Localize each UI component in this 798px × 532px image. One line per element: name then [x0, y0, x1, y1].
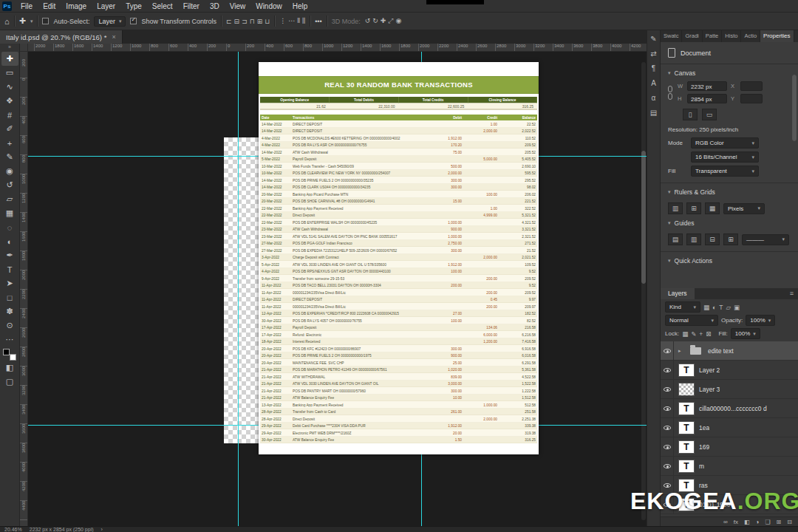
background-color-swatch[interactable] [10, 354, 16, 361]
menu-help[interactable]: Help [287, 1, 313, 12]
bank-statement-document[interactable]: REAL 30 RANDOM BANK TRANSACTIONS Opening… [259, 62, 539, 454]
text-layer-thumbnail[interactable]: T [678, 364, 695, 377]
guide-layout-icon[interactable]: ▥ [686, 233, 701, 245]
layer-filter-dropdown[interactable]: Kind▾ [665, 301, 700, 313]
pen-tool[interactable]: ✒ [1, 248, 18, 262]
filter-adjustment-icon[interactable]: ◐ [712, 304, 716, 311]
glyphs-panel-icon[interactable]: α [652, 94, 656, 102]
portrait-orientation-button[interactable]: ▯ [683, 109, 698, 120]
color-mode-dropdown[interactable]: RGB Color▾ [691, 137, 759, 149]
history-brush-tool[interactable]: ↺ [1, 178, 18, 192]
text-layer-thumbnail[interactable]: T [678, 402, 695, 415]
menu-edit[interactable]: Edit [38, 1, 61, 12]
lasso-tool[interactable]: ∿ [1, 80, 18, 94]
horizontal-ruler[interactable]: 2000180016001400120010008006004002000200… [28, 44, 647, 52]
character-panel-icon[interactable]: A [651, 79, 656, 87]
visibility-toggle[interactable] [661, 361, 674, 379]
libraries-panel-icon[interactable]: ▤ [650, 109, 657, 117]
filter-pixel-icon[interactable]: ▦ [703, 304, 709, 311]
guide-vertical-1[interactable] [238, 52, 239, 526]
visibility-toggle[interactable] [661, 418, 674, 437]
foreground-color-swatch[interactable] [3, 349, 10, 355]
section-canvas[interactable]: ▾ Canvas [661, 64, 798, 80]
lock-guides-icon[interactable]: ⊟ [705, 233, 720, 245]
layer-mask-icon[interactable]: ◧ [744, 519, 750, 525]
auto-select-checkbox[interactable] [42, 18, 49, 24]
3d-pan-icon[interactable]: ✚ [381, 17, 386, 25]
home-icon[interactable]: ⌂ [4, 17, 10, 26]
tool-preset-caret-icon[interactable]: ▾ [30, 18, 33, 24]
panel-menu-icon[interactable]: ≡ [785, 288, 798, 299]
link-dimensions-icon[interactable] [668, 86, 672, 100]
panel-tab-actio[interactable]: Actio [741, 30, 760, 42]
visibility-toggle[interactable] [661, 341, 674, 360]
type-tool[interactable]: T [1, 262, 18, 276]
menu-type[interactable]: Type [120, 1, 147, 12]
ruler-corner[interactable] [20, 44, 28, 52]
healing-brush-tool[interactable]: + [1, 136, 18, 150]
units-dropdown[interactable]: Pixels▾ [723, 203, 765, 214]
menu-select[interactable]: Select [147, 1, 178, 12]
opacity-field[interactable]: 100%▾ [746, 315, 775, 326]
3d-orbit-icon[interactable]: ↺ [365, 17, 371, 25]
clone-stamp-tool[interactable]: ◉ [1, 164, 18, 178]
bit-depth-dropdown[interactable]: 16 Bits/Channel▾ [691, 151, 759, 163]
layer-row[interactable]: T169 [661, 437, 798, 457]
text-layer-thumbnail[interactable]: T [678, 421, 695, 434]
menu-file[interactable]: File [16, 1, 38, 12]
quick-mask-button[interactable]: ◧ [1, 361, 18, 375]
status-chevron-icon[interactable]: › [101, 527, 103, 532]
gradient-tool[interactable]: ▦ [1, 206, 18, 220]
arrange-panel-icon[interactable]: ⇄ [650, 50, 656, 58]
landscape-orientation-button[interactable]: ▭ [702, 109, 717, 120]
lock-position-icon[interactable]: + [699, 330, 703, 338]
layer-row[interactable]: TLayer 2 [661, 361, 798, 380]
visibility-toggle[interactable] [661, 380, 674, 398]
marquee-tool[interactable]: ▭ [1, 66, 18, 80]
new-layer-icon[interactable]: ⊞ [777, 519, 782, 525]
path-selection-tool[interactable]: ➤ [1, 276, 18, 290]
toolbar-collapse-icon[interactable]: » [8, 44, 11, 52]
transparent-canvas-region[interactable] [224, 137, 259, 443]
layer-row[interactable]: T1ea [661, 418, 798, 437]
document-tab[interactable]: Italy id.psd @ 20.7% (RGB/16) * × [0, 30, 123, 44]
toggle-grid-icon[interactable]: ⊞ [686, 202, 701, 214]
3d-slide-icon[interactable]: ⤢ [388, 17, 393, 25]
vertical-ruler[interactable]: 2000200400600800100012001400160018002000… [20, 52, 28, 526]
3d-scale-icon[interactable]: ◉ [396, 17, 402, 25]
visibility-toggle[interactable] [661, 457, 674, 475]
section-quick-actions[interactable]: ▾ Quick Actions [661, 252, 798, 267]
menu-layer[interactable]: Layer [92, 1, 120, 12]
show-transform-checkbox[interactable] [130, 18, 137, 24]
height-field[interactable]: 2854 px [687, 94, 727, 103]
text-layer-thumbnail[interactable]: T [678, 460, 695, 473]
filter-smart-icon[interactable]: ▣ [734, 304, 740, 311]
menu-window[interactable]: Window [250, 1, 287, 12]
visibility-toggle[interactable] [661, 399, 674, 417]
toggle-rulers-icon[interactable]: ▥ [668, 202, 683, 214]
width-field[interactable]: 2232 px [687, 81, 727, 91]
3d-roll-icon[interactable]: ↻ [372, 17, 378, 25]
zoom-level[interactable]: 20.46% [4, 527, 22, 532]
align-left-icon[interactable]: ⊏ [226, 18, 232, 25]
text-layer-thumbnail[interactable]: T [678, 440, 695, 454]
x-field[interactable] [740, 81, 763, 91]
distribute-v-icon[interactable]: ⋮ [279, 17, 286, 25]
fill-field[interactable]: 100%▾ [731, 328, 760, 339]
link-layers-icon[interactable]: ∞ [723, 519, 728, 525]
panel-tab-patte[interactable]: Patte [703, 30, 723, 42]
y-field[interactable] [740, 94, 763, 103]
shape-tool[interactable]: □ [1, 290, 18, 304]
properties-scrollbar[interactable] [792, 60, 797, 282]
lock-all-icon[interactable]: ⊠ [706, 330, 711, 338]
color-swatches[interactable] [3, 349, 16, 361]
panel-tab-swatc[interactable]: Swatc [661, 30, 682, 42]
menu-view[interactable]: View [225, 1, 251, 12]
canvas-area[interactable]: REAL 30 RANDOM BANK TRANSACTIONS Opening… [28, 52, 647, 526]
lock-pixels-icon[interactable]: ✎ [691, 330, 696, 338]
layer-row[interactable]: ▸edite text [661, 341, 798, 361]
brushes-panel-icon[interactable]: ✎ [650, 35, 656, 43]
clear-guides-icon[interactable]: ⊞ [723, 233, 738, 245]
align-right-icon[interactable]: ⊐ [242, 18, 248, 25]
current-tool-icon[interactable]: ✚ [19, 16, 26, 26]
